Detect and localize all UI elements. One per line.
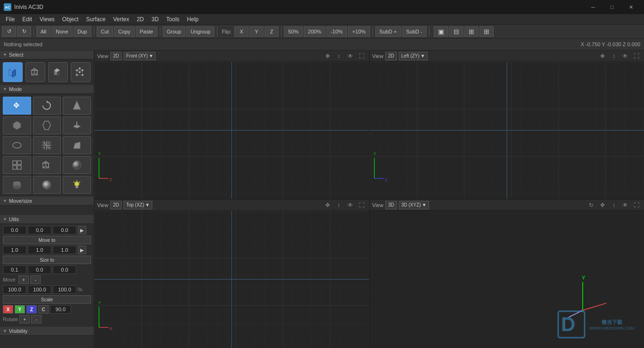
view-mode-2d-front[interactable]: 2D bbox=[110, 52, 122, 60]
menu-object[interactable]: Object bbox=[58, 15, 83, 24]
menu-help[interactable]: Help bbox=[183, 15, 203, 24]
flip-z-button[interactable]: Z bbox=[264, 26, 279, 37]
select-section-header[interactable]: ▼ Select bbox=[0, 50, 94, 59]
rotate-plus-button[interactable]: + bbox=[19, 315, 30, 323]
subd-plus-button[interactable]: SubD + bbox=[375, 26, 401, 37]
view-projection-front[interactable]: Front (XY) ▼ bbox=[124, 52, 156, 60]
view-fit-left[interactable]: ↕ bbox=[609, 52, 619, 60]
axis-c-button[interactable]: C bbox=[38, 305, 49, 314]
step-x-input[interactable] bbox=[3, 265, 26, 274]
mode-rotate-button[interactable] bbox=[33, 97, 61, 115]
view-split-h-button[interactable]: ⊟ bbox=[449, 26, 463, 37]
movsize-section-header[interactable]: ▼ Move/size bbox=[0, 197, 94, 206]
viewport-3d[interactable]: View 3D 3D (XYZ) ▼ ↻ ✥ ↕ 👁 ⛶ Y bbox=[370, 199, 644, 348]
view-fit-top[interactable]: ↕ bbox=[334, 201, 344, 209]
move-to-button[interactable]: Move to bbox=[3, 236, 91, 244]
axis-x-button[interactable]: X bbox=[3, 305, 13, 314]
menu-vertex[interactable]: Vertex bbox=[109, 15, 133, 24]
mode-extrude-button[interactable] bbox=[63, 116, 91, 134]
size-x-input[interactable] bbox=[3, 246, 26, 254]
view-fullscreen-left[interactable]: ⛶ bbox=[632, 52, 641, 60]
axis-y-button[interactable]: Y bbox=[15, 305, 25, 314]
move-plus-button[interactable]: + bbox=[18, 275, 29, 284]
maximize-button[interactable]: □ bbox=[603, 0, 621, 14]
move-y-input[interactable] bbox=[28, 226, 51, 234]
mode-grid-button[interactable] bbox=[3, 156, 31, 174]
view-mode-3d[interactable]: 3D bbox=[385, 201, 397, 209]
view-eye-3d[interactable]: 👁 bbox=[620, 201, 630, 209]
mode-cylinder-button[interactable] bbox=[3, 176, 31, 194]
view-eye-front[interactable]: 👁 bbox=[346, 52, 355, 60]
mode-cube3d-button[interactable] bbox=[33, 156, 61, 174]
subd-minus-button[interactable]: SubD - bbox=[402, 26, 427, 37]
view-projection-left[interactable]: Left (ZY) ▼ bbox=[399, 52, 428, 60]
cut-button[interactable]: Cut bbox=[97, 26, 113, 37]
mode-sphere2-button[interactable] bbox=[33, 176, 61, 194]
none-button[interactable]: None bbox=[51, 26, 72, 37]
rotate-angle-input[interactable] bbox=[50, 305, 71, 314]
select-wire-button[interactable] bbox=[25, 62, 45, 82]
mode-poly-button[interactable] bbox=[3, 116, 31, 134]
move-x-input[interactable] bbox=[3, 226, 26, 234]
move-arrow-button[interactable]: ▶ bbox=[78, 226, 86, 234]
menu-views[interactable]: Views bbox=[36, 15, 58, 24]
viewport-front[interactable]: View 2D Front (XY) ▼ ✥ ↕ 👁 ⛶ bbox=[94, 50, 369, 199]
scale-y-input[interactable] bbox=[28, 285, 51, 294]
select-shaded-button[interactable] bbox=[48, 62, 68, 82]
mode-scale-button[interactable] bbox=[63, 97, 91, 115]
close-button[interactable]: ✕ bbox=[621, 0, 640, 14]
view-eye-left[interactable]: 👁 bbox=[620, 52, 630, 60]
flip-y-button[interactable]: Y bbox=[249, 26, 264, 37]
select-solid-button[interactable] bbox=[3, 62, 23, 82]
view-center-left[interactable]: ✥ bbox=[598, 52, 607, 60]
menu-3d[interactable]: 3D bbox=[148, 15, 162, 24]
view-center-front[interactable]: ✥ bbox=[323, 52, 332, 60]
view-fit-3d[interactable]: ↕ bbox=[609, 201, 619, 209]
size-y-input[interactable] bbox=[28, 246, 51, 254]
paste-button[interactable]: Paste bbox=[136, 26, 157, 37]
view-center-top[interactable]: ✥ bbox=[323, 201, 332, 209]
move-z-input[interactable] bbox=[53, 226, 76, 234]
select-vertices-button[interactable] bbox=[71, 62, 91, 82]
view-eye-top[interactable]: 👁 bbox=[346, 201, 355, 209]
menu-edit[interactable]: Edit bbox=[18, 15, 36, 24]
scale-x-input[interactable] bbox=[3, 285, 26, 294]
ungroup-button[interactable]: Ungroup bbox=[186, 26, 215, 37]
mode-light-button[interactable] bbox=[63, 176, 91, 194]
mode-move-button[interactable]: ✥ bbox=[3, 97, 31, 115]
size-z-input[interactable] bbox=[53, 246, 76, 254]
minimize-button[interactable]: ─ bbox=[584, 0, 603, 14]
view-fullscreen-3d[interactable]: ⛶ bbox=[632, 201, 641, 209]
view-refresh-3d[interactable]: ↻ bbox=[586, 201, 596, 209]
scale-button[interactable]: Scale bbox=[3, 295, 91, 304]
utils-section-header[interactable]: ▼ Utils bbox=[0, 215, 94, 224]
view-center-3d[interactable]: ✥ bbox=[598, 201, 607, 209]
step-y-input[interactable] bbox=[28, 265, 51, 274]
menu-2d[interactable]: 2D bbox=[133, 15, 148, 24]
view-projection-top[interactable]: Top (XZ) ▼ bbox=[124, 201, 152, 209]
menu-file[interactable]: File bbox=[2, 15, 18, 24]
mode-ellipse-button[interactable] bbox=[3, 136, 31, 154]
menu-surface[interactable]: Surface bbox=[83, 15, 109, 24]
move-minus-button[interactable]: - bbox=[30, 275, 41, 284]
view-projection-3d[interactable]: 3D (XYZ) ▼ bbox=[399, 201, 429, 209]
flip-x-button[interactable]: X bbox=[234, 26, 248, 37]
view-quad-button[interactable]: ⊞ bbox=[479, 26, 494, 37]
rotate-minus-button[interactable]: - bbox=[31, 315, 41, 323]
all-button[interactable]: All bbox=[36, 26, 50, 37]
view-single-button[interactable]: ▣ bbox=[434, 26, 448, 37]
visibility-section-header[interactable]: ▼ Visibility bbox=[0, 327, 94, 336]
view-mode-2d-left[interactable]: 2D bbox=[385, 52, 397, 60]
mode-subdivide-button[interactable] bbox=[33, 136, 61, 154]
step-z-input[interactable] bbox=[53, 265, 76, 274]
mode-section-header[interactable]: ▼ Mode bbox=[0, 85, 94, 94]
axis-z-button[interactable]: Z bbox=[26, 305, 37, 314]
view-fullscreen-front[interactable]: ⛶ bbox=[357, 52, 366, 60]
dup-button[interactable]: Dup bbox=[74, 26, 91, 37]
zoom-50-button[interactable]: 50% bbox=[284, 26, 303, 37]
group-button[interactable]: Group bbox=[163, 26, 186, 37]
size-arrow-button[interactable]: ▶ bbox=[78, 246, 86, 254]
mode-bevel-button[interactable] bbox=[63, 136, 91, 154]
zoom-200-button[interactable]: 200% bbox=[304, 26, 325, 37]
zoom-minus10-button[interactable]: -10% bbox=[326, 26, 347, 37]
